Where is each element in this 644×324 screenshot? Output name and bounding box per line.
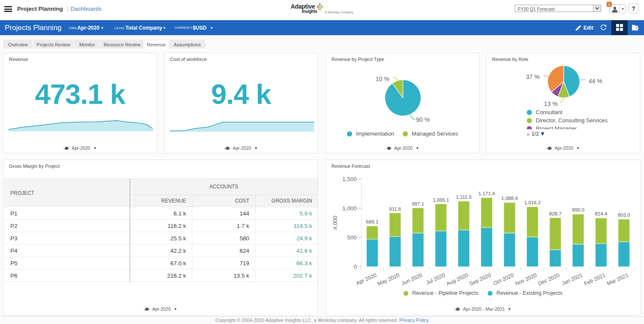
svg-text:1,000: 1,000	[342, 205, 357, 212]
svg-text:Feb 2021: Feb 2021	[583, 272, 606, 287]
svg-text:Jun 2020: Jun 2020	[401, 272, 423, 287]
svg-text:Mar 2021: Mar 2021	[606, 272, 629, 287]
svg-text:1,088.4: 1,088.4	[501, 196, 518, 201]
svg-text:911.6: 911.6	[389, 206, 401, 212]
svg-text:500: 500	[347, 234, 357, 241]
svg-text:1,065.1: 1,065.1	[433, 197, 449, 203]
svg-text:803.0: 803.0	[618, 212, 630, 218]
svg-text:997.1: 997.1	[412, 201, 424, 206]
svg-text:Sep 2020: Sep 2020	[468, 272, 492, 287]
svg-text:824.4: 824.4	[595, 211, 608, 216]
svg-text:1,111.5: 1,111.5	[456, 194, 472, 200]
svg-text:Dec 2020: Dec 2020	[537, 272, 561, 287]
svg-text:10 %: 10 %	[376, 76, 389, 82]
svg-text:828.7: 828.7	[549, 211, 562, 216]
svg-text:Nov 2020: Nov 2020	[514, 272, 538, 287]
svg-text:May 2020: May 2020	[377, 272, 401, 287]
svg-text:44 %: 44 %	[589, 78, 602, 85]
svg-text:37 %: 37 %	[526, 73, 540, 80]
svg-text:Jul 2020: Jul 2020	[425, 272, 446, 286]
svg-text:90 %: 90 %	[416, 116, 430, 123]
svg-text:Apr 2020: Apr 2020	[355, 272, 377, 286]
svg-text:13 %: 13 %	[544, 100, 558, 107]
svg-text:Jan 2021: Jan 2021	[561, 272, 583, 287]
svg-text:890.0: 890.0	[572, 207, 584, 212]
svg-text:0: 0	[353, 263, 357, 270]
svg-text:1,171.4: 1,171.4	[478, 191, 495, 196]
svg-text:689.1: 689.1	[366, 219, 379, 224]
svg-text:Aug 2020: Aug 2020	[446, 272, 469, 287]
svg-text:1,016.2: 1,016.2	[524, 200, 541, 205]
svg-text:#,000: #,000	[332, 216, 338, 230]
svg-text:Oct 2020: Oct 2020	[492, 272, 515, 286]
svg-text:1,500: 1,500	[342, 176, 357, 182]
